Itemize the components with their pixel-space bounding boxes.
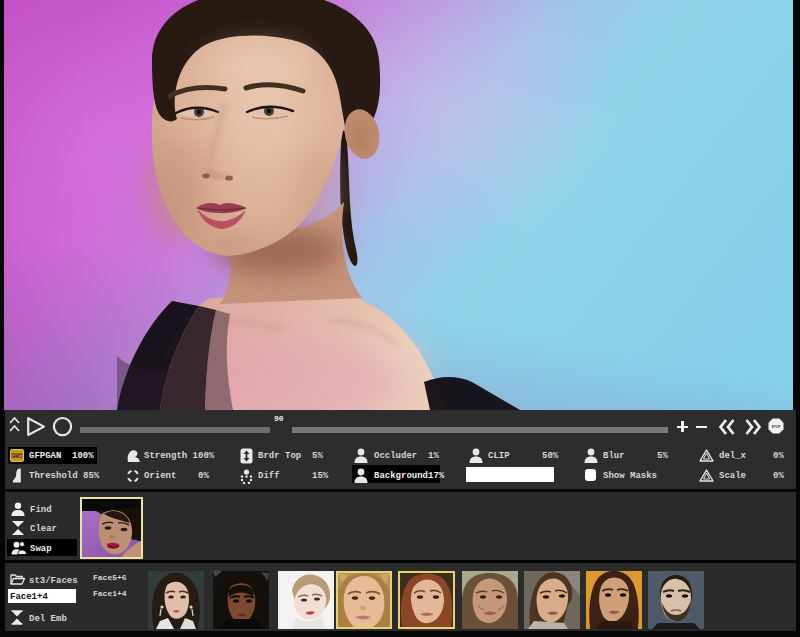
svg-text:STOP: STOP — [771, 425, 781, 429]
svg-text:GFPGAN: GFPGAN — [10, 454, 24, 458]
